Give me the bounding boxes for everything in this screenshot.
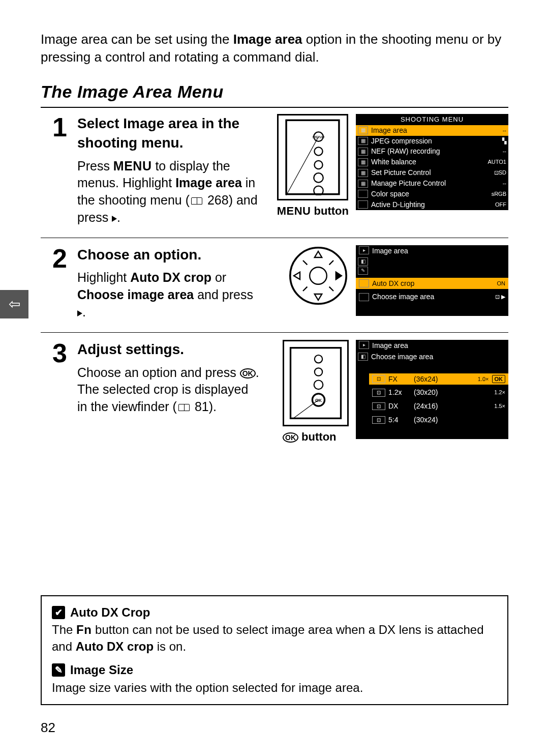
step-number: 1 xyxy=(41,114,67,226)
lcd-format: DX xyxy=(388,401,411,411)
lcd-shooting-menu: SHOOTING MENU ▦Image area--▦JPEG compres… xyxy=(356,114,508,210)
text-bold: button xyxy=(311,205,349,217)
svg-marker-11 xyxy=(315,294,322,300)
lcd-label: Manage Picture Control xyxy=(371,179,481,188)
text: Image area can be set using the xyxy=(41,32,233,47)
lcd-row: Auto DX cropON xyxy=(356,278,508,289)
ok-icon: OK xyxy=(283,432,298,443)
book-icon xyxy=(178,404,190,411)
lcd-format: 5:4 xyxy=(388,415,411,425)
svg-rect-18 xyxy=(291,347,341,418)
format-icon: ⊡ xyxy=(372,402,385,411)
lcd-side-icon xyxy=(358,190,368,198)
svg-point-19 xyxy=(315,355,322,363)
svg-point-9 xyxy=(310,267,327,284)
lcd-side-icon: ▸ xyxy=(359,341,369,349)
lcd-label: White balance xyxy=(371,157,481,167)
lcd-side-icon: ▸ xyxy=(359,246,369,254)
lcd-row: ▦Manage Picture Control-- xyxy=(356,178,508,189)
section-title: The Image Area Menu xyxy=(41,80,508,104)
lcd-side-icon xyxy=(358,200,368,209)
book-icon xyxy=(191,197,202,205)
lcd-row: Active D-LightingOFF xyxy=(356,199,508,210)
svg-point-3 xyxy=(314,147,322,155)
step-heading: Choose an option. xyxy=(77,245,260,265)
step-number: 3 xyxy=(41,340,67,445)
lcd-mag: 1.5× xyxy=(483,402,505,410)
step-1: 1 Select Image area in the shooting menu… xyxy=(41,110,508,238)
lcd-row: Choose image area⊡ ▶ xyxy=(356,291,508,303)
lcd-label: JPEG compression xyxy=(371,136,481,146)
svg-marker-12 xyxy=(294,272,300,279)
note-title: Image Size xyxy=(70,662,133,678)
format-icon: ⊡ xyxy=(372,416,385,424)
lcd-format: 1.2x xyxy=(388,388,411,397)
text: The xyxy=(52,623,76,636)
ok-badge: OK xyxy=(492,375,506,384)
lcd-subheader: Choose image area xyxy=(371,352,433,362)
svg-text:OK: OK xyxy=(315,398,322,403)
side-tab-icon: ⇦ xyxy=(0,290,28,318)
lcd-value: ⊡ ▶ xyxy=(483,293,505,301)
note-body: Image size varies with the option select… xyxy=(52,680,497,696)
lcd-row: ⊡1.2x(30x20)1.2× xyxy=(369,387,508,398)
text-bold: Image area xyxy=(123,115,197,131)
text: 81). xyxy=(191,399,217,414)
page-number: 82 xyxy=(41,719,55,737)
lcd-row: ⊡5:4(30x24) xyxy=(369,414,508,426)
svg-line-7 xyxy=(286,137,318,195)
lcd-choose-image-area: ▸Image area ◧Choose image area ⊡FX(36x24… xyxy=(356,340,508,439)
step-heading: Select Image area in the shooting menu. xyxy=(77,114,260,153)
lcd-side-icon xyxy=(359,293,369,301)
right-arrow-icon xyxy=(112,216,117,222)
lcd-value: OFF xyxy=(484,201,506,209)
lcd-dim: (30x24) xyxy=(414,415,480,425)
lcd-row: ▦Set Picture Control⊡SD xyxy=(356,167,508,178)
text-bold: Auto DX crop xyxy=(130,270,211,284)
format-icon: ⊡ xyxy=(372,389,385,397)
lcd-side-icon xyxy=(359,279,369,287)
lcd-row: ⊡DX(24x16)1.5× xyxy=(369,400,508,412)
camera-body-illustration: OK xyxy=(288,345,344,421)
notes-box: ✔ Auto DX Crop The Fn button can not be … xyxy=(41,595,508,705)
svg-marker-13 xyxy=(336,271,343,280)
svg-line-17 xyxy=(329,286,333,290)
camera-diagram: MENU MENU button xyxy=(277,114,349,219)
lcd-side-icon: ▦ xyxy=(358,148,368,156)
lcd-value: -- xyxy=(484,127,506,134)
diagram-caption: MENU button xyxy=(277,203,349,219)
lcd-side-icon: ✎ xyxy=(358,267,368,275)
step-body: Choose an option and press OK. The selec… xyxy=(77,364,260,416)
lcd-label: Active D-Lighting xyxy=(371,200,481,210)
lcd-value: ON xyxy=(483,280,505,287)
lcd-value: ⊡SD xyxy=(484,169,506,177)
lcd-label: Color space xyxy=(371,189,481,199)
lcd-label: Image area xyxy=(371,126,481,135)
lcd-label: Choose image area xyxy=(372,292,480,302)
text: Choose an option and press xyxy=(77,365,240,380)
lcd-side-icon: ▦ xyxy=(358,180,368,188)
camera-diagram: OK OK button xyxy=(283,340,349,445)
multi-selector-diagram xyxy=(288,245,349,306)
svg-line-15 xyxy=(329,260,333,265)
lcd-value: AUTO1 xyxy=(484,158,506,166)
lcd-value: -- xyxy=(484,148,506,155)
svg-point-20 xyxy=(315,368,322,375)
step-2: 2 Choose an option. Highlight Auto DX cr… xyxy=(41,238,508,332)
lcd-value: sRGB xyxy=(484,190,506,198)
lcd-dim: (36x24) xyxy=(414,374,464,384)
note-body: The Fn button can not be used to select … xyxy=(52,622,497,655)
svg-marker-10 xyxy=(315,251,322,257)
svg-rect-0 xyxy=(286,120,339,194)
lcd-side-icon: ◧ xyxy=(358,353,368,361)
text: Highlight xyxy=(77,270,130,284)
lcd-label: NEF (RAW) recording xyxy=(371,147,481,156)
text-bold: Auto DX crop xyxy=(76,639,154,653)
lcd-dim: (30x20) xyxy=(414,388,480,397)
text-bold: button xyxy=(298,430,337,443)
menu-label: MENU xyxy=(113,159,152,173)
text-bold: Image area xyxy=(175,176,242,190)
text: or xyxy=(211,270,226,284)
diagram-caption: OK button xyxy=(283,429,349,445)
check-icon: ✔ xyxy=(52,606,65,619)
